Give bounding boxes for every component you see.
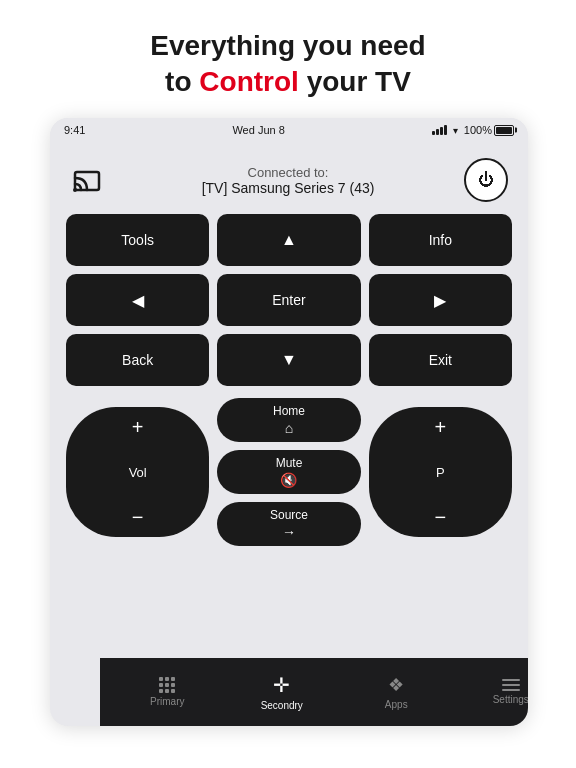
mute-button[interactable]: Mute 🔇: [217, 450, 360, 494]
home-label: Home: [273, 404, 305, 418]
source-label: Source: [270, 508, 308, 522]
battery-percent: 100%: [464, 124, 492, 136]
source-button[interactable]: Source →: [217, 502, 360, 546]
header-line1: Everything you need: [40, 28, 536, 64]
enter-label: Enter: [272, 292, 305, 308]
enter-button[interactable]: Enter: [217, 274, 360, 326]
header-suffix: your TV: [299, 66, 411, 97]
bottom-controls: + Vol − Home ⌂ Mute 🔇 Source →: [66, 398, 512, 546]
tools-label: Tools: [121, 232, 154, 248]
connected-info: Connected to: [TV] Samsung Series 7 (43): [112, 165, 464, 196]
left-icon: ◀: [132, 291, 144, 310]
vol-plus-icon: +: [132, 417, 144, 437]
tab-apps[interactable]: ❖ Apps: [339, 674, 454, 710]
tab-primary[interactable]: Primary: [110, 677, 225, 707]
tab-bar: Primary ✛ Secondry ❖ Apps Settings: [100, 658, 528, 726]
cast-icon: [70, 159, 112, 201]
status-time: 9:41: [64, 124, 85, 136]
center-controls: Home ⌂ Mute 🔇 Source →: [217, 398, 360, 546]
exit-button[interactable]: Exit: [369, 334, 512, 386]
tab-secondary-label: Secondry: [261, 700, 303, 711]
connected-label: Connected to:: [112, 165, 464, 180]
left-button[interactable]: ◀: [66, 274, 209, 326]
header-prefix: to: [165, 66, 199, 97]
signal-bars-icon: [432, 125, 447, 135]
right-icon: ▶: [434, 291, 446, 310]
home-button[interactable]: Home ⌂: [217, 398, 360, 442]
wifi-icon: ▾: [453, 125, 458, 136]
vol-label: Vol: [129, 465, 147, 480]
channel-control[interactable]: + P −: [369, 407, 512, 537]
ch-label: P: [436, 465, 445, 480]
header-accent: Control: [199, 66, 299, 97]
source-icon: →: [282, 524, 296, 540]
secondary-icon: ✛: [273, 673, 290, 697]
primary-icon: [159, 677, 175, 693]
header-line2: to Control your TV: [40, 64, 536, 100]
down-button[interactable]: ▼: [217, 334, 360, 386]
back-label: Back: [122, 352, 153, 368]
svg-point-1: [73, 188, 77, 192]
ch-minus-icon: −: [434, 507, 446, 527]
button-row-2: ◀ Enter ▶: [66, 274, 512, 326]
top-row: Connected to: [TV] Samsung Series 7 (43)…: [66, 150, 512, 214]
battery-container: 100%: [464, 124, 514, 136]
button-row-1: Tools ▲ Info: [66, 214, 512, 266]
volume-control[interactable]: + Vol −: [66, 407, 209, 537]
settings-icon: [502, 679, 520, 691]
back-button[interactable]: Back: [66, 334, 209, 386]
power-icon: ⏻: [478, 171, 494, 189]
phone-frame: 9:41 Wed Jun 8 ▾ 100%: [50, 118, 528, 726]
tab-settings[interactable]: Settings: [454, 679, 529, 705]
tab-secondary[interactable]: ✛ Secondry: [225, 673, 340, 711]
down-icon: ▼: [281, 351, 297, 369]
tv-name: [TV] Samsung Series 7 (43): [112, 180, 464, 196]
right-button[interactable]: ▶: [369, 274, 512, 326]
button-row-3: Back ▼ Exit: [66, 334, 512, 386]
header-section: Everything you need to Control your TV: [0, 0, 576, 117]
power-button[interactable]: ⏻: [464, 158, 508, 202]
tools-button[interactable]: Tools: [66, 214, 209, 266]
mute-icon: 🔇: [280, 472, 297, 488]
vol-minus-icon: −: [132, 507, 144, 527]
status-bar: 9:41 Wed Jun 8 ▾ 100%: [50, 118, 528, 140]
battery-icon: [494, 125, 514, 136]
tab-primary-label: Primary: [150, 696, 184, 707]
up-icon: ▲: [281, 231, 297, 249]
info-button[interactable]: Info: [369, 214, 512, 266]
tab-apps-label: Apps: [385, 699, 408, 710]
tab-settings-label: Settings: [493, 694, 528, 705]
info-label: Info: [429, 232, 452, 248]
home-icon: ⌂: [285, 420, 293, 436]
exit-label: Exit: [429, 352, 452, 368]
ch-plus-icon: +: [434, 417, 446, 437]
mute-label: Mute: [276, 456, 303, 470]
up-button[interactable]: ▲: [217, 214, 360, 266]
status-right: ▾ 100%: [432, 124, 514, 136]
remote-body: Connected to: [TV] Samsung Series 7 (43)…: [50, 140, 528, 546]
apps-icon: ❖: [388, 674, 404, 696]
status-date: Wed Jun 8: [232, 124, 284, 136]
